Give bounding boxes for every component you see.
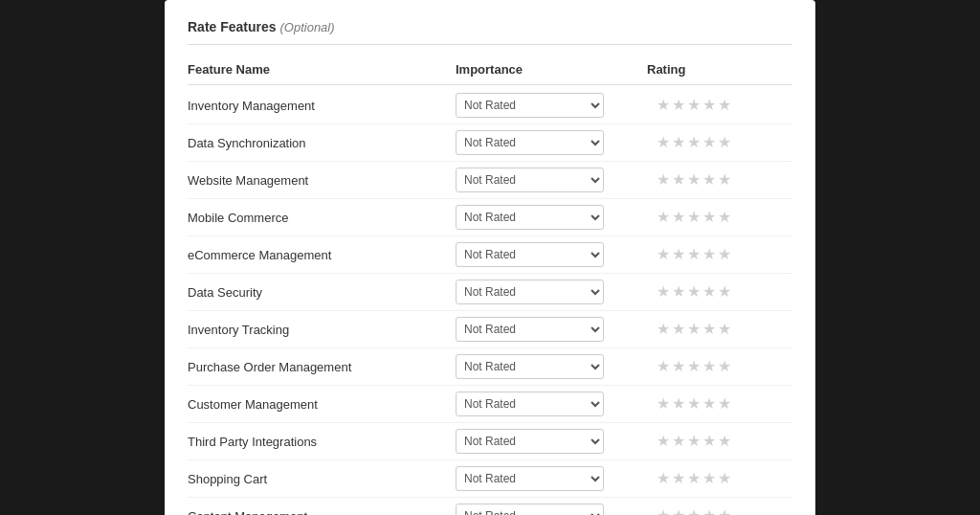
- star-3-row-8[interactable]: ★: [687, 359, 701, 374]
- star-5-row-5[interactable]: ★: [718, 247, 731, 262]
- star-5-row-8[interactable]: ★: [718, 359, 731, 374]
- star-5-row-3[interactable]: ★: [718, 172, 731, 188]
- importance-select-1[interactable]: Not RatedCriticalImportantNice to HaveNo…: [456, 93, 604, 118]
- star-3-row-6[interactable]: ★: [687, 284, 701, 300]
- star-2-row-12[interactable]: ★: [672, 508, 685, 515]
- star-3-row-3[interactable]: ★: [687, 172, 701, 188]
- star-2-row-6[interactable]: ★: [672, 284, 685, 300]
- importance-select-10[interactable]: Not RatedCriticalImportantNice to HaveNo…: [456, 429, 604, 454]
- star-3-row-10[interactable]: ★: [687, 434, 701, 449]
- star-3-row-4[interactable]: ★: [687, 210, 701, 225]
- star-2-row-2[interactable]: ★: [672, 135, 685, 150]
- importance-select-8[interactable]: Not RatedCriticalImportantNice to HaveNo…: [456, 354, 604, 379]
- star-rating-4[interactable]: ★★★★★: [657, 210, 792, 225]
- star-5-row-7[interactable]: ★: [718, 322, 731, 337]
- star-5-row-4[interactable]: ★: [718, 210, 731, 225]
- star-4-row-12[interactable]: ★: [702, 508, 716, 515]
- star-5-row-12[interactable]: ★: [718, 508, 731, 515]
- star-1-row-9[interactable]: ★: [657, 396, 670, 412]
- feature-name-7: Inventory Tracking: [188, 323, 456, 337]
- star-5-row-6[interactable]: ★: [718, 284, 731, 300]
- star-5-row-1[interactable]: ★: [718, 98, 731, 113]
- star-rating-2[interactable]: ★★★★★: [657, 135, 792, 150]
- importance-select-6[interactable]: Not RatedCriticalImportantNice to HaveNo…: [456, 280, 604, 304]
- star-4-row-1[interactable]: ★: [702, 98, 716, 113]
- star-2-row-11[interactable]: ★: [672, 471, 685, 486]
- star-rating-9[interactable]: ★★★★★: [657, 396, 792, 412]
- feature-name-5: eCommerce Management: [188, 248, 456, 262]
- star-1-row-10[interactable]: ★: [657, 434, 670, 449]
- star-rating-7[interactable]: ★★★★★: [657, 322, 792, 337]
- star-4-row-11[interactable]: ★: [702, 471, 716, 486]
- star-5-row-2[interactable]: ★: [718, 135, 731, 150]
- star-rating-10[interactable]: ★★★★★: [657, 434, 792, 449]
- star-4-row-9[interactable]: ★: [702, 396, 716, 412]
- star-2-row-3[interactable]: ★: [672, 172, 685, 188]
- table-row: Data SecurityNot RatedCriticalImportantN…: [188, 274, 792, 311]
- importance-select-5[interactable]: Not RatedCriticalImportantNice to HaveNo…: [456, 242, 604, 267]
- importance-select-4[interactable]: Not RatedCriticalImportantNice to HaveNo…: [456, 205, 604, 230]
- star-2-row-9[interactable]: ★: [672, 396, 685, 412]
- table-header: Feature Name Importance Rating: [188, 58, 792, 85]
- star-4-row-2[interactable]: ★: [702, 135, 716, 150]
- star-1-row-6[interactable]: ★: [657, 284, 670, 300]
- importance-select-12[interactable]: Not RatedCriticalImportantNice to HaveNo…: [456, 504, 604, 515]
- star-1-row-7[interactable]: ★: [657, 322, 670, 337]
- star-3-row-7[interactable]: ★: [687, 322, 701, 337]
- table-row: Inventory TrackingNot RatedCriticalImpor…: [188, 311, 792, 348]
- star-2-row-4[interactable]: ★: [672, 210, 685, 225]
- star-2-row-8[interactable]: ★: [672, 359, 685, 374]
- star-2-row-1[interactable]: ★: [672, 98, 685, 113]
- star-rating-12[interactable]: ★★★★★: [657, 508, 792, 515]
- star-4-row-4[interactable]: ★: [702, 210, 716, 225]
- star-4-row-8[interactable]: ★: [702, 359, 716, 374]
- star-1-row-3[interactable]: ★: [657, 172, 670, 188]
- importance-select-7[interactable]: Not RatedCriticalImportantNice to HaveNo…: [456, 317, 604, 342]
- star-4-row-10[interactable]: ★: [702, 434, 716, 449]
- feature-name-9: Customer Management: [188, 397, 456, 412]
- star-rating-5[interactable]: ★★★★★: [657, 247, 792, 262]
- table-row: Shopping CartNot RatedCriticalImportantN…: [188, 460, 792, 498]
- importance-select-2[interactable]: Not RatedCriticalImportantNice to HaveNo…: [456, 130, 604, 155]
- star-4-row-7[interactable]: ★: [702, 322, 716, 337]
- star-rating-1[interactable]: ★★★★★: [657, 98, 792, 113]
- table-row: Mobile CommerceNot RatedCriticalImportan…: [188, 199, 792, 236]
- star-3-row-9[interactable]: ★: [687, 396, 701, 412]
- rate-features-card: Rate Features (Optional) Feature Name Im…: [165, 0, 815, 515]
- star-1-row-12[interactable]: ★: [657, 508, 670, 515]
- star-5-row-9[interactable]: ★: [718, 396, 731, 412]
- star-2-row-7[interactable]: ★: [672, 322, 685, 337]
- feature-name-6: Data Security: [188, 285, 456, 300]
- star-4-row-6[interactable]: ★: [702, 284, 716, 300]
- star-4-row-3[interactable]: ★: [702, 172, 716, 188]
- star-4-row-5[interactable]: ★: [702, 247, 716, 262]
- star-1-row-2[interactable]: ★: [657, 135, 670, 150]
- star-3-row-1[interactable]: ★: [687, 98, 701, 113]
- star-3-row-11[interactable]: ★: [687, 471, 701, 486]
- importance-select-3[interactable]: Not RatedCriticalImportantNice to HaveNo…: [456, 168, 604, 192]
- star-rating-6[interactable]: ★★★★★: [657, 284, 792, 300]
- star-rating-11[interactable]: ★★★★★: [657, 471, 792, 486]
- star-rating-3[interactable]: ★★★★★: [657, 172, 792, 188]
- star-1-row-4[interactable]: ★: [657, 210, 670, 225]
- feature-name-11: Shopping Cart: [188, 472, 456, 486]
- star-3-row-5[interactable]: ★: [687, 247, 701, 262]
- star-1-row-5[interactable]: ★: [657, 247, 670, 262]
- table-row: Purchase Order ManagementNot RatedCritic…: [188, 348, 792, 386]
- star-5-row-11[interactable]: ★: [718, 471, 731, 486]
- star-1-row-11[interactable]: ★: [657, 471, 670, 486]
- header-importance: Importance: [456, 62, 647, 77]
- importance-select-9[interactable]: Not RatedCriticalImportantNice to HaveNo…: [456, 392, 604, 416]
- star-3-row-12[interactable]: ★: [687, 508, 701, 515]
- feature-name-4: Mobile Commerce: [188, 211, 456, 225]
- section-title: Rate Features (Optional): [188, 19, 792, 45]
- star-2-row-10[interactable]: ★: [672, 434, 685, 449]
- star-1-row-1[interactable]: ★: [657, 98, 670, 113]
- importance-select-11[interactable]: Not RatedCriticalImportantNice to HaveNo…: [456, 466, 604, 491]
- star-1-row-8[interactable]: ★: [657, 359, 670, 374]
- star-3-row-2[interactable]: ★: [687, 135, 701, 150]
- features-table-body: Inventory ManagementNot RatedCriticalImp…: [188, 87, 792, 515]
- star-5-row-10[interactable]: ★: [718, 434, 731, 449]
- star-rating-8[interactable]: ★★★★★: [657, 359, 792, 374]
- star-2-row-5[interactable]: ★: [672, 247, 685, 262]
